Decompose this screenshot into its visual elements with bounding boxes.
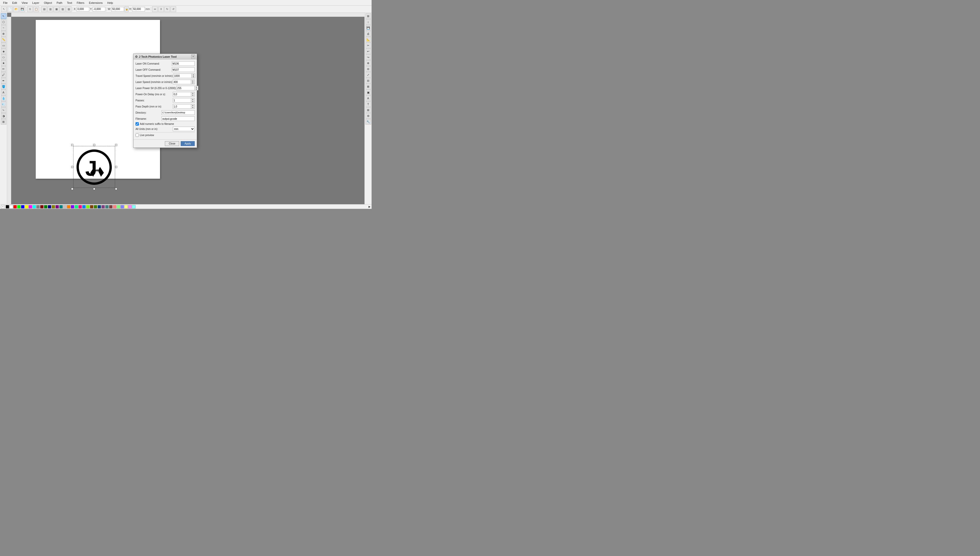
color-swatch-27[interactable] bbox=[109, 205, 113, 208]
color-swatch-11[interactable] bbox=[48, 205, 51, 208]
power-delay-down[interactable]: ▼ bbox=[191, 94, 194, 96]
travel-speed-input[interactable] bbox=[173, 74, 192, 78]
filename-input[interactable] bbox=[161, 116, 195, 121]
toolbar-w-input[interactable] bbox=[111, 7, 124, 11]
none-swatch[interactable]: ✕ bbox=[1, 205, 5, 208]
menu-layer[interactable]: Layer bbox=[30, 1, 41, 5]
handle-top-right[interactable] bbox=[115, 144, 117, 146]
color-swatch-5[interactable] bbox=[25, 205, 28, 208]
color-swatch-17[interactable] bbox=[71, 205, 74, 208]
toolbar-rot2-btn[interactable]: ↺ bbox=[171, 6, 176, 12]
menu-file[interactable]: File bbox=[1, 1, 10, 5]
toolbar-arrow-btn[interactable]: ↖ bbox=[1, 6, 6, 12]
right-tool-7[interactable]: ↩ bbox=[365, 48, 371, 54]
menu-object[interactable]: Object bbox=[42, 1, 54, 5]
color-swatch-26[interactable] bbox=[105, 205, 109, 208]
menu-path[interactable]: Path bbox=[55, 1, 65, 5]
right-tool-15[interactable]: ⚙ bbox=[365, 113, 371, 119]
tool-spray[interactable]: 💨 bbox=[1, 101, 6, 107]
toolbar-paste-btn[interactable]: 📋 bbox=[34, 6, 39, 12]
color-swatch-24[interactable] bbox=[97, 205, 101, 208]
toolbar-align-btn3[interactable]: ▦ bbox=[53, 6, 59, 12]
dialog-close-button[interactable]: × bbox=[191, 55, 195, 59]
color-swatch-14[interactable] bbox=[59, 205, 63, 208]
toolbar-align-btn4[interactable]: ▧ bbox=[60, 6, 65, 12]
color-swatch-0[interactable] bbox=[6, 205, 9, 208]
toolbar-open-btn[interactable]: 📂 bbox=[13, 6, 19, 12]
right-tool-6[interactable]: ✂ bbox=[365, 43, 371, 48]
tool-dropper[interactable]: 💧 bbox=[1, 95, 6, 101]
canvas-area[interactable]: // ruler ticks drawn inline via SVG - ju… bbox=[7, 13, 365, 204]
tool-star[interactable]: ★ bbox=[1, 60, 6, 66]
toolbar-align-btn2[interactable]: ▥ bbox=[47, 6, 53, 12]
color-swatch-16[interactable] bbox=[67, 205, 71, 208]
live-preview-checkbox[interactable] bbox=[136, 134, 139, 137]
right-tool-zoom-in[interactable]: ⊕ bbox=[365, 60, 371, 66]
toolbar-save-btn[interactable]: 💾 bbox=[19, 6, 25, 12]
right-tool-10[interactable]: ⊠ bbox=[365, 84, 371, 89]
power-delay-input[interactable] bbox=[173, 92, 191, 97]
color-swatch-28[interactable] bbox=[113, 205, 116, 208]
tool-pen[interactable]: 🖊 bbox=[1, 72, 6, 78]
color-swatch-33[interactable] bbox=[132, 205, 136, 208]
color-swatch-30[interactable] bbox=[121, 205, 124, 208]
toolbar-x-input[interactable] bbox=[77, 7, 89, 11]
color-swatch-32[interactable] bbox=[128, 205, 132, 208]
laser-speed-down[interactable]: ▼ bbox=[191, 82, 194, 84]
passes-up[interactable]: ▲ bbox=[191, 98, 194, 100]
color-swatch-22[interactable] bbox=[90, 205, 94, 208]
menu-filters[interactable]: Filters bbox=[75, 1, 87, 5]
tool-select[interactable]: ↖ bbox=[1, 13, 6, 19]
right-tool-5[interactable]: 📐 bbox=[365, 37, 371, 42]
pass-depth-input[interactable] bbox=[173, 104, 191, 109]
toolbar-align-btn1[interactable]: ▤ bbox=[41, 6, 47, 12]
numeric-suffix-checkbox[interactable] bbox=[136, 122, 139, 126]
toolbar-align-btn5[interactable]: ▨ bbox=[66, 6, 71, 12]
menu-extensions[interactable]: Extensions bbox=[87, 1, 105, 5]
laser-power-input[interactable] bbox=[176, 86, 195, 91]
color-swatch-29[interactable] bbox=[116, 205, 120, 208]
color-swatch-25[interactable] bbox=[101, 205, 105, 208]
menu-help[interactable]: Help bbox=[105, 1, 115, 5]
units-select[interactable]: mm in bbox=[173, 127, 195, 131]
directory-input[interactable] bbox=[161, 110, 195, 115]
right-tool-12[interactable]: A bbox=[365, 95, 371, 101]
right-tool-16[interactable]: 🔧 bbox=[365, 119, 371, 124]
dialog-titlebar[interactable]: ⚙ J Tech Photonics Laser Tool × bbox=[134, 54, 197, 60]
toolbar-copy-btn[interactable]: ⎘ bbox=[27, 6, 33, 12]
right-tool-zoom-fit[interactable]: ⤢ bbox=[365, 72, 371, 78]
tool-measure[interactable]: 📏 bbox=[1, 37, 6, 42]
right-tool-zoom-out[interactable]: ⊖ bbox=[365, 66, 371, 72]
tool-gradient[interactable]: ◑ bbox=[1, 113, 6, 119]
tool-rect[interactable]: ▭ bbox=[1, 43, 6, 48]
apply-button[interactable]: Apply bbox=[181, 141, 195, 146]
color-swatch-7[interactable] bbox=[32, 205, 36, 208]
tool-mesh[interactable]: ⊞ bbox=[1, 119, 6, 124]
color-swatch-1[interactable] bbox=[10, 205, 13, 208]
tool-3d-box[interactable]: ◈ bbox=[1, 48, 6, 54]
handle-mid-right[interactable] bbox=[115, 166, 117, 168]
color-swatch-19[interactable] bbox=[78, 205, 82, 208]
tool-node-edit[interactable]: ⬡ bbox=[1, 19, 6, 25]
right-tool-3[interactable]: 💾 bbox=[365, 25, 371, 31]
color-swatch-20[interactable] bbox=[82, 205, 86, 208]
color-swatch-4[interactable] bbox=[21, 205, 24, 208]
handle-mid-left[interactable] bbox=[71, 166, 73, 168]
laser-power-up[interactable]: ▲ bbox=[195, 86, 198, 88]
power-delay-up[interactable]: ▲ bbox=[191, 92, 194, 94]
laser-on-input[interactable] bbox=[172, 61, 195, 66]
handle-top-left[interactable] bbox=[71, 144, 73, 146]
right-tool-13[interactable]: T bbox=[365, 101, 371, 107]
handle-top-mid[interactable] bbox=[93, 144, 95, 146]
right-tool-9[interactable]: ⊟ bbox=[365, 78, 371, 84]
menu-view[interactable]: View bbox=[19, 1, 30, 5]
color-swatch-6[interactable] bbox=[29, 205, 32, 208]
laser-power-down[interactable]: ▼ bbox=[195, 88, 198, 90]
right-tool-4[interactable]: 🖨 bbox=[365, 31, 371, 37]
toolbar-y-input[interactable] bbox=[93, 7, 105, 11]
right-tool-1[interactable]: ⊞ bbox=[365, 13, 371, 19]
toolbar-h-input[interactable] bbox=[132, 7, 145, 11]
toolbar-rot-btn[interactable]: ↻ bbox=[165, 6, 170, 12]
tool-text[interactable]: A bbox=[1, 90, 6, 95]
color-swatch-12[interactable] bbox=[52, 205, 55, 208]
